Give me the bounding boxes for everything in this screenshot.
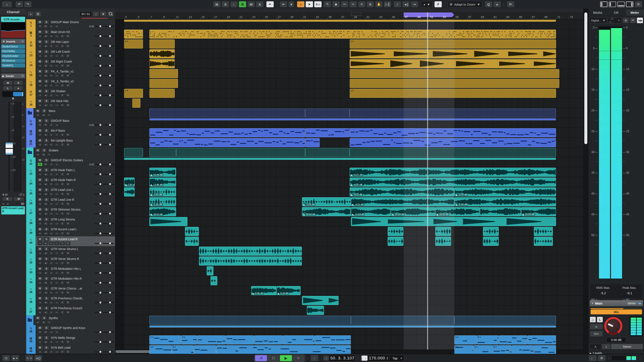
range-selection-marker[interactable]: [351, 13, 362, 16]
track-read-button[interactable]: R: [60, 74, 65, 77]
track-volume-slider[interactable]: [102, 55, 114, 56]
track-record-button[interactable]: ●: [38, 64, 42, 67]
track-write-button[interactable]: W: [66, 271, 70, 275]
line-tool[interactable]: ∕: [394, 1, 401, 7]
track-mute-button[interactable]: M: [37, 59, 43, 64]
track-volume-slider[interactable]: [102, 75, 114, 76]
metronome-button[interactable]: △: [590, 317, 596, 323]
erase-tool[interactable]: ◆: [332, 1, 340, 7]
sends-section-header[interactable]: ▶ Sends ⎋: [1, 73, 25, 78]
track-row[interactable]: MSGuitars●◄)≡: [26, 148, 115, 158]
track-monitor-button[interactable]: ◄): [43, 64, 48, 67]
track-monitor-button[interactable]: ◄): [41, 320, 46, 324]
track-volume-slider[interactable]: [102, 292, 114, 293]
track-volume-slider[interactable]: [102, 332, 114, 333]
track-color-tab[interactable]: ∿24: [26, 177, 36, 187]
clip[interactable]: 2 ▾: [172, 345, 194, 354]
track-row[interactable]: ∿34MSGTR Modulation Hits R●◄)e▭RW: [26, 276, 115, 286]
track-write-button[interactable]: W: [66, 291, 70, 295]
punch-button[interactable]: ◐: [310, 355, 318, 361]
write-all-button[interactable]: W: [247, 1, 255, 7]
track-volume-slider[interactable]: [102, 194, 114, 195]
track-strip-button[interactable]: ▭: [54, 311, 59, 314]
track-volume-slider[interactable]: [102, 243, 114, 244]
track-color-tab[interactable]: ▦39: [26, 335, 36, 345]
clip[interactable]: [199, 247, 302, 256]
track-record-button[interactable]: ●: [38, 232, 42, 235]
clip[interactable]: [199, 257, 302, 266]
track-volume-slider[interactable]: [102, 26, 114, 27]
track-monitor-button[interactable]: ◄): [41, 153, 46, 156]
track-row[interactable]: ∿37MSGTR Prechorus Crunch●◄)e▭RW: [26, 305, 115, 316]
clip[interactable]: [150, 59, 174, 68]
track-edit-button[interactable]: e: [49, 64, 54, 67]
track-pan-slider[interactable]: [95, 223, 102, 224]
track-color-tab[interactable]: [26, 108, 34, 118]
right-zone-toggle[interactable]: [626, 1, 633, 7]
track-write-button[interactable]: W: [43, 330, 48, 334]
track-volume-slider[interactable]: [102, 312, 114, 313]
track-row[interactable]: ▦39MSSYN Mello Strings●◄)e▭RW: [26, 335, 115, 345]
tempo-display[interactable]: ♩♩ 170.000 ▲▼ Tap ▼: [360, 355, 404, 362]
track-record-button[interactable]: ●: [38, 340, 42, 344]
control-room-main-header[interactable]: ▼ Main stereo ◄▶: [590, 300, 643, 306]
clip[interactable]: [534, 345, 556, 354]
track-volume-slider[interactable]: [102, 46, 114, 46]
track-edit-button[interactable]: e: [49, 192, 54, 196]
clip[interactable]: ◣ 12.46 dB: [150, 168, 176, 177]
track-edit-button[interactable]: e: [49, 93, 54, 97]
track-record-button[interactable]: ●: [38, 103, 42, 107]
draw-tool[interactable]: ✎: [324, 1, 331, 7]
track-filter-button[interactable]: ▼: [100, 11, 106, 17]
clip[interactable]: [534, 237, 553, 246]
inserts-bypass-icon[interactable]: ⎋: [22, 40, 24, 43]
vertical-scrollbar[interactable]: [583, 8, 588, 354]
track-strip-button[interactable]: ▭: [54, 301, 59, 304]
track-pan-slider[interactable]: [95, 312, 102, 313]
track-mute-button[interactable]: M: [37, 128, 43, 133]
clip[interactable]: ◣ -2.29 dB: [454, 187, 556, 196]
track-read-button[interactable]: R: [60, 103, 65, 107]
folder-overview-clip[interactable]: [150, 108, 305, 117]
track-read-button[interactable]: R: [60, 340, 65, 344]
track-monitor-button[interactable]: ◄): [43, 103, 48, 107]
track-color-tab[interactable]: ▦21: [26, 138, 36, 148]
track-row[interactable]: ▦40MSSYN Bell Lead●◄)e▭RW: [26, 345, 115, 354]
track-write-button[interactable]: W: [66, 212, 70, 216]
track-row[interactable]: ∿33MSGTR Modulation Hits L●◄)e▭RW: [26, 266, 115, 276]
track-read-button[interactable]: R: [60, 182, 65, 186]
track-record-button[interactable]: ●: [36, 113, 40, 117]
track-volume-slider[interactable]: [102, 352, 114, 352]
track-mute-button[interactable]: M: [37, 267, 43, 271]
track-solo-button[interactable]: S: [42, 109, 47, 113]
track-mute-button[interactable]: M: [37, 237, 43, 241]
track-mute-button[interactable]: M: [37, 178, 43, 182]
playhead-cursor[interactable]: [428, 12, 428, 350]
track-write-button[interactable]: W: [66, 84, 70, 87]
folder-overview-clip[interactable]: [305, 108, 350, 117]
track-volume-slider[interactable]: [102, 204, 114, 204]
track-color-tab[interactable]: ∿16: [26, 78, 36, 88]
clip[interactable]: [150, 138, 305, 147]
track-pan-slider[interactable]: [95, 302, 102, 303]
track-monitor-button[interactable]: ◄): [43, 251, 48, 255]
track-row[interactable]: ∿18MSDR Stick Hits●◄)e▭RW: [26, 98, 115, 108]
track-edit-button[interactable]: e: [49, 84, 54, 87]
track-row[interactable]: ⇅1MSGROUP Main DrumsRWe∞-5.00: [26, 19, 115, 29]
listen-all-button[interactable]: L: [230, 1, 238, 7]
track-volume-slider[interactable]: [102, 85, 114, 86]
clip[interactable]: 2 ▾: [477, 336, 499, 345]
track-solo-button[interactable]: S: [44, 276, 49, 281]
track-pan-slider[interactable]: [95, 26, 102, 27]
track-strip-button[interactable]: ▭: [54, 232, 59, 235]
track-pan-slider[interactable]: [95, 46, 102, 46]
track-record-button[interactable]: ●: [38, 251, 42, 255]
clip[interactable]: 1 ▾: [454, 336, 476, 345]
track-solo-button[interactable]: S: [44, 168, 49, 172]
pan-control[interactable]: [2, 91, 24, 97]
track-record-button[interactable]: ●: [38, 172, 42, 176]
phase-button[interactable]: ⊘: [590, 324, 603, 330]
clip[interactable]: [388, 237, 403, 246]
track-monitor-button[interactable]: ◄): [41, 113, 46, 117]
track-volume-slider[interactable]: [102, 105, 114, 106]
